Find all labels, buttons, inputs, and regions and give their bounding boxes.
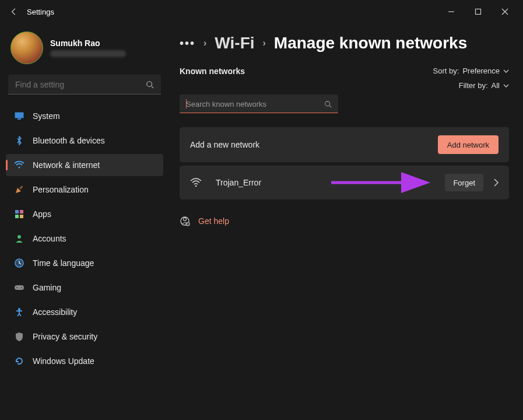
system-icon — [14, 111, 24, 121]
svg-point-26 — [184, 218, 187, 221]
search-icon — [324, 100, 332, 108]
svg-point-20 — [195, 186, 197, 187]
svg-rect-10 — [15, 215, 19, 218]
add-network-text: Add a new network — [190, 140, 438, 149]
minimize-button[interactable] — [438, 2, 465, 21]
breadcrumb: ••• › Wi-Fi › Manage known networks — [180, 34, 509, 52]
svg-point-16 — [21, 287, 22, 288]
nav-label: Accessibility — [33, 307, 77, 317]
network-name: Trojan_Error — [216, 178, 445, 187]
svg-line-3 — [152, 86, 154, 88]
svg-rect-4 — [15, 113, 24, 118]
forget-button[interactable]: Forget — [445, 174, 483, 191]
svg-rect-11 — [20, 215, 23, 218]
update-icon — [14, 356, 24, 366]
titlebar: Settings — [0, 0, 523, 23]
svg-rect-1 — [476, 9, 481, 15]
nav-label: Bluetooth & devices — [33, 136, 105, 145]
help-icon: ? — [180, 216, 190, 226]
get-help: ? Get help — [180, 216, 509, 226]
avatar — [10, 32, 43, 64]
svg-rect-8 — [15, 210, 19, 214]
nav-gaming[interactable]: Gaming — [6, 276, 163, 299]
accounts-icon — [14, 233, 24, 244]
get-help-link[interactable]: Get help — [198, 216, 229, 226]
wifi-icon — [190, 178, 202, 187]
time-icon — [14, 258, 24, 268]
nav-label: System — [33, 111, 60, 121]
nav-label: Time & language — [33, 258, 94, 268]
sort-value: Preference — [462, 66, 500, 75]
nav-update[interactable]: Windows Update — [6, 350, 163, 372]
nav-network[interactable]: Network & internet — [6, 154, 163, 176]
close-button[interactable] — [492, 2, 518, 21]
svg-point-15 — [16, 287, 17, 288]
nav-label: Personalization — [33, 185, 89, 194]
apps-icon — [14, 209, 24, 219]
shield-icon — [14, 331, 24, 342]
accessibility-icon — [14, 307, 24, 317]
profile[interactable]: Sumukh Rao — [6, 28, 163, 72]
settings-search-input[interactable] — [15, 80, 146, 89]
svg-line-19 — [329, 105, 331, 107]
nav-personalization[interactable]: Personalization — [6, 178, 163, 201]
search-networks[interactable] — [180, 94, 338, 113]
nav-label: Privacy & security — [33, 332, 97, 341]
search-networks-input[interactable] — [186, 100, 324, 108]
nav-bluetooth[interactable]: Bluetooth & devices — [6, 130, 163, 152]
network-item[interactable]: Trojan_Error Forget — [180, 166, 509, 200]
svg-point-12 — [17, 235, 21, 239]
filter-label: Filter by: — [459, 81, 488, 90]
filter-value: All — [492, 81, 500, 90]
chevron-down-icon — [503, 84, 509, 88]
nav-label: Windows Update — [33, 356, 94, 366]
nav-apps[interactable]: Apps — [6, 203, 163, 225]
svg-point-2 — [147, 81, 152, 86]
expand-network-button[interactable] — [494, 178, 499, 187]
maximize-button[interactable] — [465, 2, 492, 21]
add-network-button[interactable]: Add network — [438, 135, 499, 154]
filter-by-dropdown[interactable]: Filter by: All — [459, 81, 509, 90]
settings-search[interactable] — [8, 75, 161, 94]
bluetooth-icon — [14, 135, 24, 146]
svg-point-17 — [18, 308, 20, 310]
nav-label: Apps — [33, 209, 51, 219]
svg-rect-5 — [17, 118, 21, 120]
svg-text:?: ? — [187, 223, 189, 226]
window-title: Settings — [27, 8, 438, 16]
chevron-right-icon: › — [263, 38, 266, 48]
nav-system[interactable]: System — [6, 105, 163, 127]
svg-rect-14 — [15, 285, 24, 290]
svg-rect-7 — [19, 186, 23, 189]
main-content: ••• › Wi-Fi › Manage known networks Know… — [169, 23, 523, 420]
nav-label: Accounts — [33, 234, 66, 243]
sort-by-dropdown[interactable]: Sort by: Preference — [433, 66, 509, 75]
breadcrumb-current: Manage known networks — [274, 34, 467, 52]
breadcrumb-wifi[interactable]: Wi-Fi — [215, 34, 254, 52]
svg-point-6 — [19, 167, 20, 169]
chevron-right-icon: › — [203, 38, 206, 48]
nav-accessibility[interactable]: Accessibility — [6, 301, 163, 323]
back-button[interactable] — [5, 2, 23, 21]
nav-privacy[interactable]: Privacy & security — [6, 326, 163, 348]
known-networks-label: Known networks — [180, 66, 245, 76]
profile-email-redacted — [50, 50, 126, 57]
sort-label: Sort by: — [433, 66, 459, 75]
nav-accounts[interactable]: Accounts — [6, 228, 163, 250]
add-network-card: Add a new network Add network — [180, 127, 509, 162]
breadcrumb-overflow[interactable]: ••• — [180, 37, 195, 50]
gaming-icon — [14, 282, 24, 293]
wifi-icon — [14, 160, 24, 170]
personalization-icon — [14, 184, 24, 195]
search-icon — [146, 80, 154, 89]
nav-time[interactable]: Time & language — [6, 252, 163, 274]
sidebar: Sumukh Rao System Bluetooth & devices Ne… — [0, 23, 169, 420]
nav-label: Gaming — [33, 283, 61, 292]
svg-point-18 — [325, 101, 330, 106]
chevron-down-icon — [503, 69, 509, 73]
profile-name: Sumukh Rao — [50, 38, 126, 48]
nav-label: Network & internet — [33, 160, 100, 170]
svg-rect-9 — [20, 210, 23, 214]
